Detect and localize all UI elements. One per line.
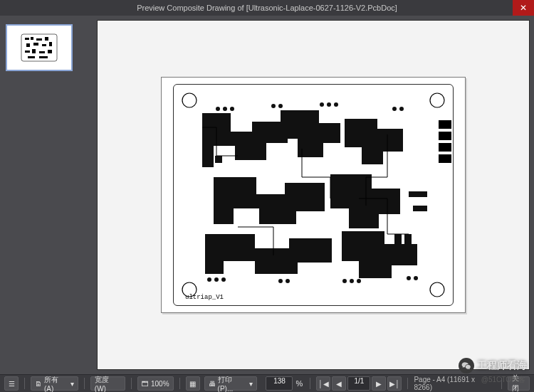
svg-point-32 [399,107,404,111]
svg-point-16 [430,93,444,107]
pcb-board-outline: ultriap_V1 [173,84,454,306]
svg-point-37 [286,279,290,283]
svg-rect-13 [28,56,35,58]
zoom-preset-label: 100% [151,380,169,388]
print-button[interactable]: 🖶 打印 (P)... ▾ [204,376,258,391]
svg-rect-43 [409,191,427,197]
pcb-artwork [174,85,453,305]
first-page-button[interactable]: │◀ [316,376,330,391]
svg-point-40 [357,279,361,283]
first-icon: │◀ [318,380,328,388]
svg-point-29 [327,102,331,107]
preview-page: ultriap_V1 [161,77,466,313]
page-nav: │◀ ◀ 1/1 ▶ ▶│ [316,376,402,391]
svg-point-35 [221,277,226,282]
svg-rect-48 [404,234,412,251]
svg-rect-19 [439,120,451,129]
prev-page-button[interactable]: ◀ [332,376,346,391]
svg-rect-2 [31,37,33,40]
nav-menu-button[interactable]: ☰ [4,376,19,391]
svg-point-38 [342,279,347,283]
dropdown-icon: ▾ [70,380,74,388]
menu-icon: ☰ [9,380,15,388]
svg-point-25 [230,107,234,111]
svg-point-27 [278,104,283,108]
thumbnail-pcb-icon [21,33,58,62]
svg-point-18 [430,282,444,297]
svg-point-24 [223,107,227,111]
print-label: 打印 (P)... [218,375,248,393]
svg-point-28 [320,102,324,107]
svg-rect-44 [413,206,427,211]
svg-rect-8 [49,42,52,46]
svg-rect-12 [48,50,52,53]
svg-rect-5 [26,43,30,47]
settings-grid-icon: ▦ [189,380,196,388]
svg-point-36 [278,279,283,283]
svg-point-23 [216,107,220,111]
window-title: Preview Composite Drawing of [Ultrasonic… [137,0,397,16]
svg-point-42 [414,276,418,280]
board-name-label: ultriap_V1 [185,294,224,301]
svg-point-26 [271,104,276,108]
zoom-input[interactable]: 138 [266,376,293,391]
display-settings-button[interactable]: ▦ [186,376,200,391]
close-preview-button[interactable]: 关闭 [508,376,530,391]
bottom-toolbar: ☰ 🗎 所有 (A) ▾ 宽度 (W) 🗔 100% [0,374,534,392]
last-icon: ▶│ [389,380,399,388]
svg-point-15 [182,93,197,107]
last-page-button[interactable]: ▶│ [387,376,402,391]
svg-point-41 [407,276,411,280]
svg-rect-45 [205,156,212,163]
page-size-status: Page - A4 (11691 x 8266) [414,376,495,391]
preview-viewport[interactable]: ultriap_V1 [97,20,530,370]
window-close-button[interactable]: ✕ [513,0,534,16]
svg-rect-14 [39,56,48,58]
svg-rect-22 [439,154,451,163]
svg-rect-9 [25,51,30,53]
svg-rect-11 [39,51,45,53]
titlebar: Preview Composite Drawing of [Ultrasonic… [0,0,534,16]
page-thumbnail-1[interactable] [6,24,73,71]
page-number-input[interactable]: 1/1 [347,376,370,391]
main-area: ultriap_V1 [0,16,534,374]
next-icon: ▶ [376,380,382,388]
zoom-control: 138 % [266,376,304,391]
fit-width-label: 宽度 (W) [95,375,121,393]
svg-rect-3 [36,38,42,41]
svg-rect-47 [394,234,402,251]
zoom-unit-label: % [294,379,304,388]
svg-rect-21 [439,143,451,152]
all-pages-button[interactable]: 🗎 所有 (A) ▾ [31,376,78,391]
all-pages-label: 所有 (A) [44,375,68,393]
svg-point-30 [334,102,338,107]
svg-point-31 [392,107,397,111]
display-icon: 🗔 [142,380,149,388]
svg-point-34 [214,277,219,282]
fit-width-button[interactable]: 宽度 (W) [90,376,125,391]
dropdown-icon: ▾ [249,380,253,388]
svg-rect-4 [45,37,48,41]
thumbnail-panel [0,16,97,374]
zoom-preset-button[interactable]: 🗔 100% [137,376,174,391]
svg-rect-10 [32,49,36,53]
svg-point-39 [350,279,354,283]
prev-icon: ◀ [336,380,342,388]
close-icon: ✕ [520,3,527,13]
svg-point-33 [207,277,211,282]
svg-rect-20 [439,132,451,140]
close-preview-label: 关闭 [512,374,525,392]
document-icon: 🗎 [35,380,42,388]
svg-rect-6 [33,43,38,46]
svg-rect-7 [42,44,46,46]
svg-rect-1 [25,38,29,40]
next-page-button[interactable]: ▶ [372,376,386,391]
printer-icon: 🖶 [209,380,216,388]
svg-rect-46 [215,156,222,163]
